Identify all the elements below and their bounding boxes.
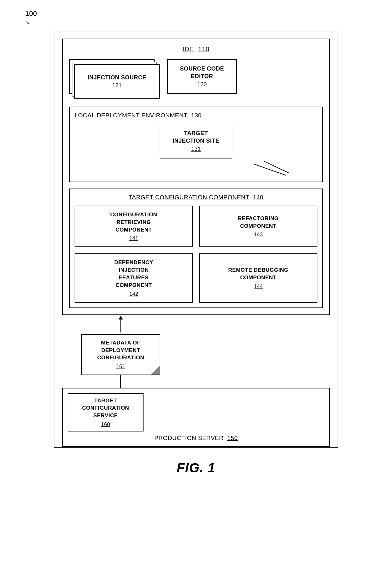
production-server-box: TARGET CONFIGURATION SERVICE 160 PRODUCT… (62, 388, 330, 447)
svg-marker-3 (119, 316, 123, 319)
vertical-connector-container (62, 375, 330, 388)
ide-label-text: IDE (182, 46, 194, 53)
target-injection-number: 131 (191, 146, 201, 152)
tis-line1: TARGET (184, 130, 208, 136)
production-server-label: PRODUCTION SERVER 150 (68, 435, 324, 442)
target-config-box: TARGET CONFIGURATION COMPONENT 140 CONFI… (69, 189, 323, 308)
injection-source-title: INJECTION SOURCE (88, 74, 146, 81)
metadata-number: 161 (116, 363, 125, 370)
local-deploy-label: LOCAL DEPLOYMENT ENVIRONMENT 130 (75, 112, 317, 119)
refactoring-box: REFACTORING COMPONENT 143 (199, 206, 317, 247)
metadata-container: METADATA OF DEPLOYMENT CONFIGURATION 161 (62, 334, 330, 375)
target-config-grid: CONFIGURATION RETRIEVING COMPONENT 141 R… (75, 206, 317, 303)
target-config-service-container: TARGET CONFIGURATION SERVICE 160 (68, 393, 324, 431)
metadata-box: METADATA OF DEPLOYMENT CONFIGURATION 161 (81, 334, 160, 375)
target-config-label: TARGET CONFIGURATION COMPONENT 140 (75, 194, 317, 201)
config-retrieving-title: CONFIGURATION RETRIEVING COMPONENT (110, 211, 157, 233)
diagonal-arrow (75, 161, 317, 177)
config-retrieving-box: CONFIGURATION RETRIEVING COMPONENT 141 (75, 206, 193, 247)
target-config-service-box: TARGET CONFIGURATION SERVICE 160 (68, 393, 144, 431)
vertical-connector-svg (120, 375, 121, 388)
tis-line2: INJECTION SITE (173, 138, 219, 144)
up-arrow-container (62, 315, 330, 334)
ide-number: 110 (198, 46, 210, 53)
source-code-editor-box: SOURCE CODE EDITOR 120 (167, 59, 237, 94)
injection-source-front: INJECTION SOURCE 121 (74, 64, 160, 99)
svg-line-1 (264, 161, 289, 173)
production-server-label-text: PRODUCTION SERVER (154, 435, 224, 441)
source-code-editor-number: 120 (197, 81, 207, 88)
svg-line-0 (254, 164, 286, 175)
metadata-dogear (151, 366, 160, 375)
sce-title-line2: EDITOR (191, 73, 213, 79)
target-config-label-text: TARGET CONFIGURATION COMPONENT (129, 194, 249, 201)
ide-box: IDE 110 INJECTION SOURCE 121 SOURCE COD (62, 39, 330, 315)
local-deploy-label-text: LOCAL DEPLOYMENT ENVIRONMENT (75, 112, 187, 119)
up-arrow-svg (116, 315, 126, 334)
dependency-injection-number: 142 (129, 291, 138, 297)
refactoring-number: 143 (254, 232, 263, 238)
dependency-injection-box: DEPENDENCY INJECTION FEATURES COMPONENT … (75, 253, 193, 302)
figure-number-label: 100 ↘ (25, 9, 37, 26)
config-retrieving-number: 141 (129, 235, 138, 242)
target-config-service-number: 160 (101, 421, 110, 428)
diagonal-arrow-svg (254, 161, 292, 177)
figure-number-text: 100 (25, 9, 37, 17)
ide-label: IDE 110 (69, 46, 323, 53)
source-code-editor-title: SOURCE CODE EDITOR (180, 65, 224, 80)
refactoring-title: REFACTORING COMPONENT (238, 215, 279, 230)
production-server-number: 150 (227, 435, 238, 441)
target-config-service-title: TARGET CONFIGURATION SERVICE (71, 397, 140, 419)
injection-source-number: 121 (112, 82, 122, 89)
remote-debugging-box: REMOTE DEBUGGING COMPONENT 144 (199, 253, 317, 302)
injection-source-stack: INJECTION SOURCE 121 (69, 59, 158, 100)
remote-debugging-title: REMOTE DEBUGGING COMPONENT (228, 266, 288, 282)
target-injection-container: TARGET INJECTION SITE 131 (75, 124, 317, 158)
dependency-injection-title: DEPENDENCY INJECTION FEATURES COMPONENT (114, 259, 153, 289)
target-config-number: 140 (253, 194, 263, 201)
local-deploy-number: 130 (191, 112, 201, 119)
metadata-title: METADATA OF DEPLOYMENT CONFIGURATION (97, 339, 144, 362)
figure-caption: FIG. 1 (177, 460, 216, 475)
target-injection-box: TARGET INJECTION SITE 131 (160, 124, 232, 158)
page-container: 100 ↘ IDE 110 INJECTION SOURCE 121 (6, 6, 386, 475)
main-diagram: IDE 110 INJECTION SOURCE 121 SOURCE COD (54, 32, 338, 448)
ide-top-row: INJECTION SOURCE 121 SOURCE CODE EDITOR … (69, 59, 323, 100)
target-injection-title: TARGET INJECTION SITE (173, 130, 219, 145)
sce-title-line1: SOURCE CODE (180, 65, 224, 72)
local-deploy-box: LOCAL DEPLOYMENT ENVIRONMENT 130 TARGET … (69, 107, 323, 182)
remote-debugging-number: 144 (254, 283, 263, 290)
